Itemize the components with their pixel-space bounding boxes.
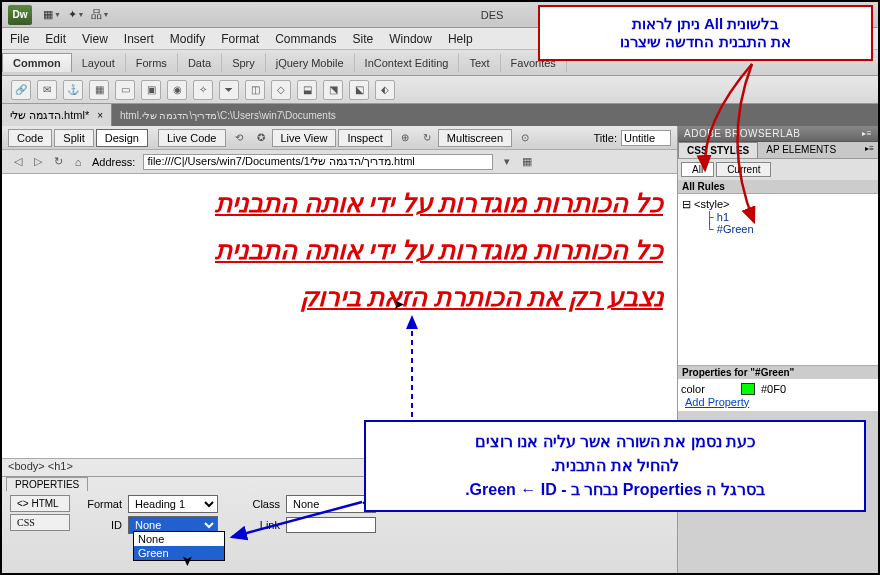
layout-icon[interactable]: ▦▼	[43, 6, 61, 24]
tab-text[interactable]: Text	[459, 54, 500, 72]
class-select[interactable]: None	[286, 495, 376, 513]
back-icon[interactable]: ◁	[10, 154, 26, 170]
callout-blue: כעת נסמן את השורה אשר עליה אנו רוצים להח…	[364, 420, 866, 512]
menu-window[interactable]: Window	[389, 32, 432, 46]
email-icon[interactable]: ✉	[37, 80, 57, 100]
code-button[interactable]: Code	[8, 129, 52, 147]
preview-icon[interactable]: ⊙	[516, 130, 534, 146]
table-icon[interactable]: ▦	[89, 80, 109, 100]
current-button[interactable]: Current	[716, 162, 771, 177]
address-bar: ◁ ▷ ↻ ⌂ Address: ▾ ▦	[2, 150, 677, 174]
menu-site[interactable]: Site	[353, 32, 374, 46]
format-select[interactable]: Heading 1	[128, 495, 218, 513]
properties-tab[interactable]: PROPERTIES	[6, 477, 88, 491]
document-toolbar: Code Split Design Live Code ⟲ ✪ Live Vie…	[2, 126, 677, 150]
extend-icon[interactable]: ✦▼	[67, 6, 85, 24]
properties-for-header: Properties for "#Green"	[678, 365, 878, 379]
anchor-icon[interactable]: ⚓	[63, 80, 83, 100]
address-input[interactable]	[143, 154, 493, 170]
ap-elements-tab[interactable]: AP ELEMENTS	[758, 142, 844, 158]
live-code-button[interactable]: Live Code	[158, 129, 226, 147]
title-input[interactable]	[621, 130, 671, 146]
color-property-row[interactable]: color #0F0	[681, 382, 875, 396]
head-icon[interactable]: ⬓	[297, 80, 317, 100]
add-property-link[interactable]: Add Property	[681, 396, 875, 408]
css-property-list: color #0F0 Add Property	[678, 379, 878, 411]
tree-style-root[interactable]: ⊟ <style>	[682, 198, 874, 211]
id-label: ID	[80, 519, 122, 531]
callout-red: בלשונית All ניתן לראות את התבנית החדשה ש…	[538, 5, 873, 61]
checkout-icon[interactable]: ⟲	[230, 130, 248, 146]
tab-incontext[interactable]: InContext Editing	[355, 54, 460, 72]
html-mode-button[interactable]: <> HTML	[10, 495, 70, 512]
address-label: Address:	[92, 156, 135, 168]
title-label: Title:	[594, 132, 617, 144]
tab-data[interactable]: Data	[178, 54, 222, 72]
all-rules-header: All Rules	[678, 180, 878, 194]
app-logo: Dw	[8, 5, 32, 25]
widget-icon[interactable]: ✧	[193, 80, 213, 100]
menu-modify[interactable]: Modify	[170, 32, 205, 46]
heading-1[interactable]: כל הכותרות מוגדרות על ידי אותה התבנית	[16, 188, 663, 219]
menu-commands[interactable]: Commands	[275, 32, 336, 46]
menu-edit[interactable]: Edit	[45, 32, 66, 46]
tab-forms[interactable]: Forms	[126, 54, 178, 72]
menu-help[interactable]: Help	[448, 32, 473, 46]
ssi-icon[interactable]: ◫	[245, 80, 265, 100]
multiscreen-button[interactable]: Multiscreen	[438, 129, 512, 147]
design-canvas[interactable]: כל הכותרות מוגדרות על ידי אותה התבנית כל…	[2, 174, 677, 458]
format-label: Format	[80, 498, 122, 510]
inspect-button[interactable]: Inspect	[338, 129, 391, 147]
tab-spry[interactable]: Spry	[222, 54, 266, 72]
class-label: Class	[238, 498, 280, 510]
design-button[interactable]: Design	[96, 129, 148, 147]
all-button[interactable]: All	[681, 162, 714, 177]
tag-icon[interactable]: ⬖	[375, 80, 395, 100]
color-value: #0F0	[761, 383, 786, 395]
id-option-green[interactable]: Green	[134, 546, 224, 560]
livedata-icon[interactable]: ✪	[252, 130, 270, 146]
color-swatch-icon[interactable]	[741, 383, 755, 395]
comment-icon[interactable]: ◇	[271, 80, 291, 100]
css-mode-row: All Current	[678, 159, 878, 180]
close-tab-icon[interactable]: ×	[97, 110, 103, 121]
media-icon[interactable]: ◉	[167, 80, 187, 100]
menu-insert[interactable]: Insert	[124, 32, 154, 46]
rules-tree[interactable]: ⊟ <style> ├ h1 └ #Green	[678, 194, 878, 365]
css-mode-button[interactable]: CSS	[10, 514, 70, 531]
heading-2[interactable]: כל הכותרות מוגדרות על ידי אותה התבנית	[16, 235, 663, 266]
tree-green[interactable]: └ #Green	[682, 223, 874, 235]
tree-h1[interactable]: ├ h1	[682, 211, 874, 223]
heading-3[interactable]: נצבע רק את הכותרת הזאת בירוק	[16, 282, 663, 313]
css-styles-tab[interactable]: CSS STYLES	[678, 142, 758, 158]
browser-icon[interactable]: ⊕	[396, 130, 414, 146]
link-label: Link	[238, 519, 280, 531]
go-icon[interactable]: ▦	[519, 154, 535, 170]
refresh-icon[interactable]: ↻	[418, 130, 436, 146]
reload-icon[interactable]: ↻	[50, 154, 66, 170]
site-icon[interactable]: 品▼	[91, 6, 109, 24]
tab-common[interactable]: Common	[2, 53, 72, 72]
tab-layout[interactable]: Layout	[72, 54, 126, 72]
split-button[interactable]: Split	[54, 129, 93, 147]
dropdown-cursor-icon: ➤	[180, 555, 196, 567]
menu-format[interactable]: Format	[221, 32, 259, 46]
address-dropdown-icon[interactable]: ▾	[499, 154, 515, 170]
id-dropdown-list[interactable]: None Green	[133, 531, 225, 561]
home-icon[interactable]: ⌂	[70, 154, 86, 170]
document-tab[interactable]: הדגמה שלי.html* ×	[2, 104, 112, 126]
live-view-button[interactable]: Live View	[272, 129, 337, 147]
script-icon[interactable]: ⬔	[323, 80, 343, 100]
link-input[interactable]	[286, 517, 376, 533]
date-icon[interactable]: ⏷	[219, 80, 239, 100]
image-icon[interactable]: ▣	[141, 80, 161, 100]
div-icon[interactable]: ▭	[115, 80, 135, 100]
menu-file[interactable]: File	[10, 32, 29, 46]
hyperlink-icon[interactable]: 🔗	[11, 80, 31, 100]
browserlab-header[interactable]: ADOBE BROWSERLAB▸≡	[678, 126, 878, 142]
menu-view[interactable]: View	[82, 32, 108, 46]
templates-icon[interactable]: ⬕	[349, 80, 369, 100]
forward-icon[interactable]: ▷	[30, 154, 46, 170]
id-option-none[interactable]: None	[134, 532, 224, 546]
tab-jquery[interactable]: jQuery Mobile	[266, 54, 355, 72]
